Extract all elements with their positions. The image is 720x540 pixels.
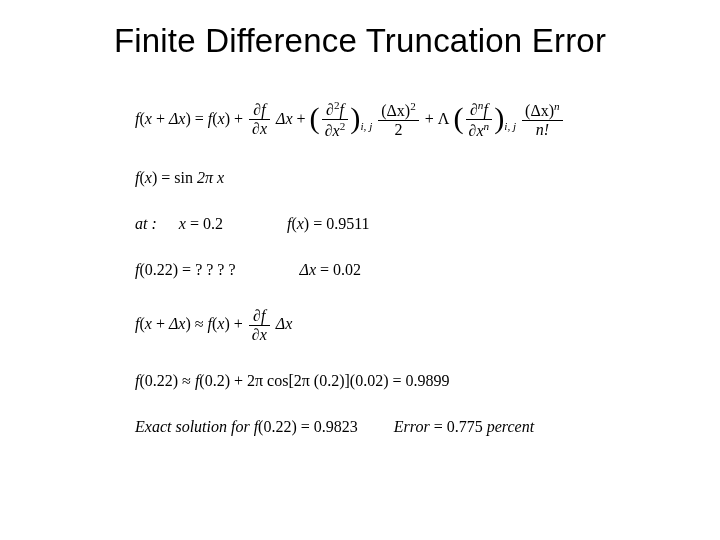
at-eq1: = (190, 215, 199, 232)
q-dx: Δx (300, 261, 317, 278)
c-arg2: 0.2 (205, 372, 225, 389)
dxnovernfact: (Δx)n n! (522, 101, 563, 138)
plus2: + (297, 110, 306, 127)
at-xval: 0.2 (203, 215, 223, 232)
dx2over2: (Δx)2 2 (378, 101, 419, 138)
at-label: at : (135, 215, 157, 232)
slide: Finite Difference Truncation Error f(x +… (0, 0, 720, 540)
eq-query: f(0.22) = ? ? ? ? Δx = 0.02 (135, 262, 615, 278)
ex-label: Exact solution for (135, 418, 250, 435)
ex-errunit: percent (487, 418, 534, 435)
ex-val: 0.9823 (314, 418, 358, 435)
ex-errlabel: Error (394, 418, 430, 435)
c-plus: + (234, 372, 243, 389)
d2fdx2: ∂2f ∂x2 (322, 100, 349, 140)
d2ds: 2 (340, 120, 346, 132)
eq-exact: Exact solution for f(0.22) = 0.9823 Erro… (135, 419, 615, 435)
at-fxarg: x (297, 215, 304, 232)
fdef-arg: x (145, 169, 152, 186)
ex-eq2: = (434, 418, 443, 435)
c-approx: ≈ (182, 372, 191, 389)
c-mult: (0.02) (350, 372, 389, 389)
c-coef: 2π (247, 372, 263, 389)
eq-at: at : x = 0.2 f(x) = 0.9511 (135, 216, 615, 232)
cnd: n! (536, 121, 549, 138)
equals: = (195, 110, 204, 127)
d1-den: ∂x (252, 120, 267, 137)
q-arg: 0.22 (145, 261, 173, 278)
d2n2: f (340, 101, 344, 118)
cnn: (Δx) (525, 102, 554, 119)
q-eq2: = (320, 261, 329, 278)
ex-eq: = (301, 418, 310, 435)
ap-dfdx: ∂f ∂x (249, 308, 270, 343)
at-fxval: 0.9511 (326, 215, 369, 232)
d1-num: ∂f (253, 101, 265, 118)
at-eq2: = (313, 215, 322, 232)
dnfdxn: ∂nf ∂xn (466, 100, 493, 140)
arg-x: x (145, 110, 152, 127)
eq-approx: f(x + Δx) ≈ f(x) + ∂f ∂x Δx (135, 308, 615, 343)
arg-dx: Δx (169, 110, 186, 127)
fdef-sin: sin (174, 169, 193, 186)
c2d: 2 (395, 121, 403, 138)
eq-taylor: f(x + Δx) = f(x) + ∂f ∂x Δx + ( ∂2f ∂x2 … (135, 100, 615, 140)
ex-errval: 0.775 (447, 418, 483, 435)
c2n: (Δx) (381, 102, 410, 119)
dnd: ∂x (469, 123, 484, 140)
dx1: Δx (276, 110, 293, 127)
q-q: ? ? ? ? (195, 261, 235, 278)
c2s: 2 (410, 100, 416, 112)
q-dxval: 0.02 (333, 261, 361, 278)
c-cos: cos (267, 372, 288, 389)
q-eq: = (182, 261, 191, 278)
apd1n: ∂f (253, 307, 265, 324)
sub-ij-1: i, j (360, 120, 372, 132)
fdef-2pix: 2π x (197, 169, 224, 186)
dnn1: ∂ (470, 101, 478, 118)
eq-fdef: f(x) = sin 2π x (135, 170, 615, 186)
ap-dx: Δx (169, 315, 186, 332)
dfdx: ∂f ∂x (249, 102, 270, 137)
plus1: + (234, 110, 243, 127)
apd1d: ∂x (252, 326, 267, 343)
sub-ij-2: i, j (504, 120, 516, 132)
slide-title: Finite Difference Truncation Error (0, 22, 720, 60)
c-eq: = (392, 372, 401, 389)
ap-approx: ≈ (195, 315, 204, 332)
ap-x: x (145, 315, 152, 332)
plus3: + (425, 110, 434, 127)
d2n1: ∂ (326, 101, 334, 118)
fdef-eq: = (161, 169, 170, 186)
dnn2: f (483, 101, 487, 118)
at-x: x (179, 215, 186, 232)
lambda: Λ (438, 110, 450, 127)
ap-plus: + (234, 315, 243, 332)
slide-content: f(x + Δx) = f(x) + ∂f ∂x Δx + ( ∂2f ∂x2 … (135, 100, 615, 435)
c-val: 0.9899 (406, 372, 450, 389)
arg-x0: x (218, 110, 225, 127)
ap-dx1: Δx (276, 315, 293, 332)
dnds: n (484, 120, 490, 132)
ex-arg: 0.22 (263, 418, 291, 435)
c-arg: 0.22 (145, 372, 173, 389)
d2d: ∂x (325, 123, 340, 140)
eq-calc: f(0.22) ≈ f(0.2) + 2π cos[2π (0.2)](0.02… (135, 373, 615, 389)
cns: n (554, 100, 560, 112)
c-cosarg: 2π (0.2) (294, 372, 345, 389)
